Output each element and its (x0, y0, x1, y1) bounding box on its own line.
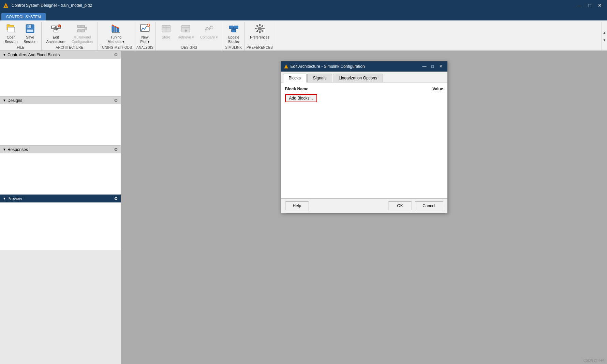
edit-architecture-icon: ✎ (50, 23, 61, 34)
store-label: Store (162, 35, 170, 40)
svg-rect-42 (229, 26, 233, 29)
section-responses-body (0, 153, 121, 194)
edit-architecture-label: EditArchitecture (46, 35, 65, 44)
file-group-label: FILE (17, 45, 24, 50)
chevron-responses-icon: ▼ (3, 148, 6, 151)
svg-point-49 (258, 27, 262, 30)
ribbon-group-simulink: UpdateBlocks SIMULINK (223, 22, 245, 50)
dialog-maximize-button[interactable]: □ (429, 63, 436, 70)
dialog-minimize-button[interactable]: — (421, 63, 428, 70)
value-header: Value (432, 87, 443, 91)
new-plot-button[interactable]: NewPlot ▾ (137, 22, 153, 45)
tuning-group-label: TUNING METHODS (100, 45, 132, 50)
svg-rect-44 (232, 29, 236, 32)
cancel-button[interactable]: Cancel (415, 201, 443, 210)
update-blocks-button[interactable]: UpdateBlocks (225, 22, 242, 45)
dialog-title: Edit Architecture - Simulink Configurati… (291, 64, 365, 69)
chevron-preview-icon: ▼ (3, 197, 6, 200)
edit-architecture-dialog: Edit Architecture - Simulink Configurati… (281, 61, 448, 213)
open-session-button[interactable]: OpenSession (2, 22, 20, 45)
ribbon-group-preferences: Preferences PREFERENCES (245, 22, 275, 50)
svg-rect-55 (263, 28, 264, 29)
responses-gear-icon[interactable]: ⚙ (114, 147, 118, 152)
tab-linearization-options[interactable]: Linearization Options (333, 74, 383, 82)
open-session-label: OpenSession (5, 35, 17, 44)
svg-rect-54 (261, 25, 263, 27)
multimodel-config-icon (77, 23, 88, 34)
title-bar: A Control System Designer - train_model_… (0, 0, 607, 11)
retrieve-label: Retrieve ▾ (178, 35, 194, 40)
section-preview-title: Preview (8, 196, 22, 201)
svg-line-23 (85, 29, 85, 31)
svg-rect-25 (115, 27, 116, 32)
preferences-button[interactable]: Preferences (247, 22, 272, 41)
store-icon (161, 23, 172, 34)
dialog-column-headers: Block Name Value (285, 87, 443, 91)
add-blocks-button[interactable]: Add Blocks... (285, 94, 317, 102)
window-title: Control System Designer - train_model_pi… (12, 3, 92, 8)
new-plot-label: NewPlot ▾ (140, 35, 150, 44)
tab-blocks[interactable]: Blocks (283, 74, 307, 82)
maximize-button[interactable]: □ (585, 2, 594, 9)
svg-rect-19 (85, 27, 87, 30)
dialog-close-button[interactable]: ✕ (437, 63, 445, 70)
right-content: Edit Architecture - Simulink Configurati… (121, 51, 607, 364)
tab-bar: CONTROL SYSTEM (0, 11, 607, 20)
preferences-icon (254, 23, 265, 34)
svg-rect-57 (259, 31, 260, 33)
preferences-label: Preferences (250, 35, 269, 40)
svg-rect-60 (256, 25, 258, 27)
open-session-icon (6, 23, 17, 34)
svg-rect-50 (259, 24, 260, 26)
preview-gear-icon[interactable]: ⚙ (114, 196, 118, 201)
svg-rect-7 (27, 29, 33, 32)
section-responses-title: Responses (8, 147, 28, 152)
ok-button[interactable]: OK (388, 201, 412, 210)
minimize-button[interactable]: — (575, 2, 584, 9)
svg-rect-6 (28, 25, 29, 27)
svg-rect-59 (255, 28, 257, 29)
svg-point-30 (117, 27, 119, 29)
update-blocks-label: UpdateBlocks (228, 35, 239, 44)
save-session-label: SaveSession (24, 35, 36, 44)
tuning-methods-button[interactable]: TuningMethods ▾ (105, 22, 127, 45)
designs-gear-icon[interactable]: ⚙ (114, 98, 118, 103)
edit-architecture-button[interactable]: ✎ EditArchitecture (44, 22, 68, 45)
app-icon: A (3, 2, 9, 9)
ribbon-scroll-up[interactable]: ▲ (602, 29, 607, 36)
svg-text:✎: ✎ (58, 25, 60, 27)
chevron-designs-icon: ▼ (3, 98, 6, 102)
section-designs-title: Designs (8, 98, 22, 103)
controllers-gear-icon[interactable]: ⚙ (114, 52, 118, 57)
svg-rect-17 (77, 30, 81, 32)
ribbon-scroll-down[interactable]: ▼ (602, 36, 607, 44)
close-button[interactable]: ✕ (595, 2, 604, 9)
svg-line-22 (85, 27, 85, 29)
multimodel-config-button[interactable]: MultimodelConfiguration (69, 22, 95, 45)
retrieve-button[interactable]: Retrieve ▾ (175, 22, 197, 41)
store-button[interactable]: Store (158, 22, 174, 41)
section-designs-body (0, 104, 121, 145)
tab-signals[interactable]: Signals (307, 74, 332, 82)
help-button[interactable]: Help (285, 201, 309, 210)
ribbon-group-tuning: TuningMethods ▾ TUNING METHODS (98, 22, 134, 50)
ribbon-group-analysis: NewPlot ▾ ANALYSIS (134, 22, 156, 50)
section-controllers: ▼ Controllers And Fixed Blocks ⚙ (0, 51, 121, 96)
analysis-group-label: ANALYSIS (136, 45, 153, 50)
section-responses-header[interactable]: ▼ Responses ⚙ (0, 146, 121, 153)
section-designs-header[interactable]: ▼ Designs ⚙ (0, 96, 121, 104)
compare-button[interactable]: Compare ▾ (197, 22, 221, 41)
svg-rect-5 (27, 25, 31, 28)
block-name-header: Block Name (285, 87, 309, 91)
section-controllers-body (0, 59, 121, 96)
section-preview-header[interactable]: ▼ Preview ⚙ (0, 195, 121, 202)
watermark: CSDN @小杯 (583, 358, 604, 363)
section-controllers-header[interactable]: ▼ Controllers And Fixed Blocks ⚙ (0, 51, 121, 59)
ribbon-group-designs: Store Retrieve ▾ (156, 22, 223, 50)
section-preview-body (0, 202, 121, 250)
svg-marker-61 (284, 65, 288, 69)
tab-control-system[interactable]: CONTROL SYSTEM (1, 13, 46, 20)
svg-rect-16 (81, 25, 85, 28)
compare-label: Compare ▾ (200, 35, 218, 40)
save-session-button[interactable]: SaveSession (21, 22, 39, 45)
